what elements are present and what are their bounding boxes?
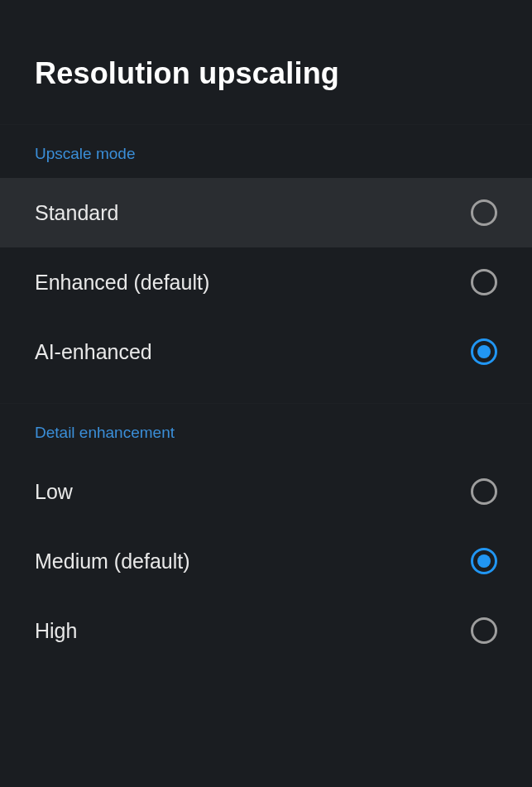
- page-title: Resolution upscaling: [35, 56, 497, 91]
- option-standard[interactable]: Standard: [0, 178, 532, 247]
- option-ai-enhanced[interactable]: AI-enhanced: [0, 317, 532, 386]
- option-label: High: [35, 619, 77, 643]
- option-medium-default[interactable]: Medium (default): [0, 526, 532, 596]
- radio-icon: [471, 548, 497, 574]
- option-high[interactable]: High: [0, 596, 532, 665]
- option-label: Enhanced (default): [35, 271, 209, 295]
- radio-icon: [471, 199, 497, 226]
- page-header: Resolution upscaling: [0, 0, 532, 124]
- section-header-upscale-mode: Upscale mode: [0, 124, 532, 178]
- radio-icon: [471, 617, 497, 644]
- option-label: Low: [35, 480, 73, 504]
- radio-icon: [471, 338, 497, 365]
- option-label: Standard: [35, 201, 118, 225]
- radio-icon: [471, 269, 497, 295]
- section-gap: [0, 386, 532, 403]
- option-enhanced-default[interactable]: Enhanced (default): [0, 247, 532, 317]
- option-low[interactable]: Low: [0, 457, 532, 526]
- option-label: Medium (default): [35, 549, 190, 573]
- radio-icon: [471, 478, 497, 505]
- option-label: AI-enhanced: [35, 340, 152, 364]
- section-header-detail-enhancement: Detail enhancement: [0, 403, 532, 457]
